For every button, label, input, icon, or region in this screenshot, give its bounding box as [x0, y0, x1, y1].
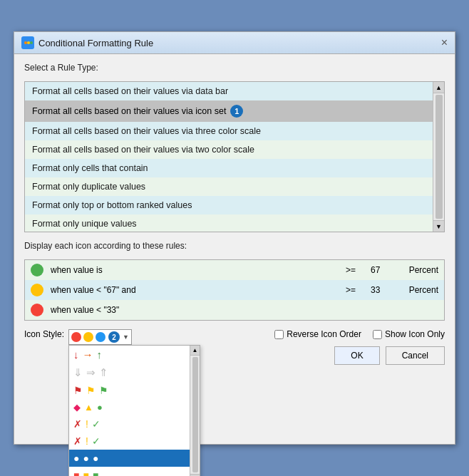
show-icon-only-label: Show Icon Only — [385, 329, 445, 339]
hollow-arrow-up-icon: ⇑ — [99, 366, 108, 379]
circle-yellow-icon: ● — [83, 452, 89, 464]
popup-row-circles[interactable]: ● ● ● — [69, 450, 190, 467]
exclaim-icon: ! — [86, 418, 88, 430]
circle-red-icon: ● — [73, 452, 79, 464]
icon-style-dropdown[interactable]: 2 ▼ — [68, 329, 132, 345]
flag-green-icon: ⚑ — [99, 385, 108, 396]
title-bar-left: Conditional Formatting Rule — [21, 36, 153, 49]
dialog-icon — [21, 36, 34, 49]
preview-yellow — [83, 332, 93, 342]
popup-row-hollow-arrows[interactable]: ⇓ ⇒ ⇑ — [69, 363, 190, 382]
dropdown-arrow-icon: ▼ — [123, 333, 129, 341]
ok-button[interactable]: OK — [334, 346, 379, 365]
rule-item[interactable]: Format only top or bottom ranked values — [25, 196, 433, 214]
svg-point-3 — [30, 41, 33, 44]
right-controls: Reverse Icon Order Show Icon Only OK Can… — [274, 329, 445, 365]
icon-set-dropdown-popup[interactable]: ↓ → ↑ ⇓ ⇒ ⇑ ⚑ — [68, 345, 200, 476]
rule-text: when value < "33" — [51, 305, 339, 315]
arrow-right-icon: → — [83, 348, 93, 361]
arrow-down-icon: ↓ — [73, 348, 79, 361]
dialog-title: Conditional Formatting Rule — [38, 38, 153, 48]
icon-rule-row: when value is >= 67 Percent — [25, 260, 444, 280]
flag-red-icon: ⚑ — [73, 385, 83, 396]
square-green-icon: ■ — [93, 470, 98, 476]
preview-blue — [96, 332, 105, 342]
dialog-body: Select a Rule Type: Format all cells bas… — [14, 54, 455, 444]
circle-shape-icon: ● — [97, 402, 103, 413]
check2-icon: ✓ — [92, 435, 100, 447]
scroll-up-arrow[interactable]: ▲ — [433, 82, 444, 93]
svg-point-2 — [27, 41, 30, 44]
popup-row-arrows[interactable]: ↓ → ↑ — [69, 346, 190, 363]
icon-yellow — [31, 284, 43, 296]
rule-unit: Percent — [399, 285, 438, 295]
icon-style-section: Icon Style: 2 ▼ — [24, 329, 132, 345]
reverse-order-input[interactable] — [274, 330, 284, 339]
square-yellow-icon: ■ — [83, 470, 89, 476]
icon-red — [31, 304, 43, 316]
rule-item[interactable]: Format all cells based on their values v… — [25, 100, 433, 122]
popup-scroll-up[interactable]: ▲ — [190, 346, 200, 356]
badge-2: 2 — [108, 331, 120, 343]
popup-row-marks2[interactable]: ✗ ! ✓ — [69, 433, 190, 450]
rule-list[interactable]: Format all cells based on their values v… — [25, 82, 433, 232]
reverse-icon-order-checkbox[interactable]: Reverse Icon Order — [274, 329, 361, 339]
rule-item[interactable]: Format only cells that contain — [25, 159, 433, 177]
scrollbar[interactable]: ▲ ▼ — [433, 82, 444, 232]
cancel-button[interactable]: Cancel — [386, 346, 445, 365]
exclaim2-icon: ! — [86, 435, 88, 447]
show-icon-only-checkbox[interactable]: Show Icon Only — [373, 329, 445, 339]
preview-red — [71, 332, 81, 342]
icon-rule-row: when value < "33" — [25, 300, 444, 320]
square-red-icon: ■ — [73, 470, 79, 476]
icon-controls-row: Icon Style: 2 ▼ — [24, 329, 445, 365]
x-icon: ✗ — [73, 418, 82, 430]
triangle-icon: ▲ — [84, 402, 93, 413]
scroll-thumb[interactable] — [436, 95, 443, 219]
show-icon-only-input[interactable] — [373, 330, 382, 339]
icon-preview — [71, 332, 105, 342]
x2-icon: ✗ — [73, 435, 82, 447]
diamond-icon: ◆ — [73, 402, 81, 413]
scroll-down-arrow[interactable]: ▼ — [433, 220, 444, 232]
rule-op: >= — [346, 265, 364, 275]
rule-val: 33 — [371, 285, 392, 295]
icon-display-label: Display each icon according to these rul… — [24, 241, 445, 251]
rule-val: 67 — [371, 265, 392, 275]
popup-row-flags[interactable]: ⚑ ⚑ ⚑ — [69, 382, 190, 399]
reverse-icon-order-label: Reverse Icon Order — [287, 329, 361, 339]
rule-item[interactable]: Format only unique values — [25, 214, 433, 232]
action-buttons: OK Cancel — [274, 346, 445, 365]
rule-item[interactable]: Format all cells based on their values v… — [25, 140, 433, 159]
icon-rules-table: when value is >= 67 Percent when value <… — [24, 259, 445, 321]
rule-item[interactable]: Format all cells based on their values v… — [25, 82, 433, 100]
dialog-window: Conditional Formatting Rule × Select a R… — [14, 31, 455, 445]
rule-op: >= — [346, 285, 364, 295]
icon-style-label: Icon Style: — [24, 329, 64, 339]
rule-unit: Percent — [399, 265, 438, 275]
icon-rule-row: when value < "67" and >= 33 Percent — [25, 280, 444, 300]
checkboxes-row: Reverse Icon Order Show Icon Only — [274, 329, 445, 339]
check-icon: ✓ — [92, 418, 100, 430]
rule-text: when value < "67" and — [51, 285, 339, 295]
close-button[interactable]: × — [441, 37, 448, 48]
icon-dropdown-container: 2 ▼ ↓ → ↑ — [68, 329, 132, 345]
badge-1: 1 — [230, 105, 243, 118]
rule-text: when value is — [51, 265, 339, 275]
popup-row-marks[interactable]: ✗ ! ✓ — [69, 415, 190, 433]
popup-scroll-thumb[interactable] — [192, 357, 198, 472]
circle-green-icon: ● — [93, 452, 98, 464]
icon-green — [31, 264, 43, 276]
popup-row-shapes[interactable]: ◆ ▲ ● — [69, 399, 190, 415]
rule-type-label: Select a Rule Type: — [24, 63, 445, 73]
rule-list-container: Format all cells based on their values v… — [24, 81, 445, 232]
popup-row-squares[interactable]: ■ ■ ■ — [69, 467, 190, 476]
popup-scrollbar[interactable]: ▲ ▼ — [190, 346, 200, 476]
rule-item[interactable]: Format only duplicate values — [25, 177, 433, 196]
title-bar: Conditional Formatting Rule × — [14, 32, 455, 54]
flag-yellow-icon: ⚑ — [86, 385, 96, 396]
popup-rows: ↓ → ↑ ⇓ ⇒ ⇑ ⚑ — [69, 346, 190, 476]
arrow-up-icon: ↑ — [97, 348, 103, 361]
rule-item[interactable]: Format all cells based on their values v… — [25, 122, 433, 140]
svg-point-1 — [24, 41, 27, 44]
